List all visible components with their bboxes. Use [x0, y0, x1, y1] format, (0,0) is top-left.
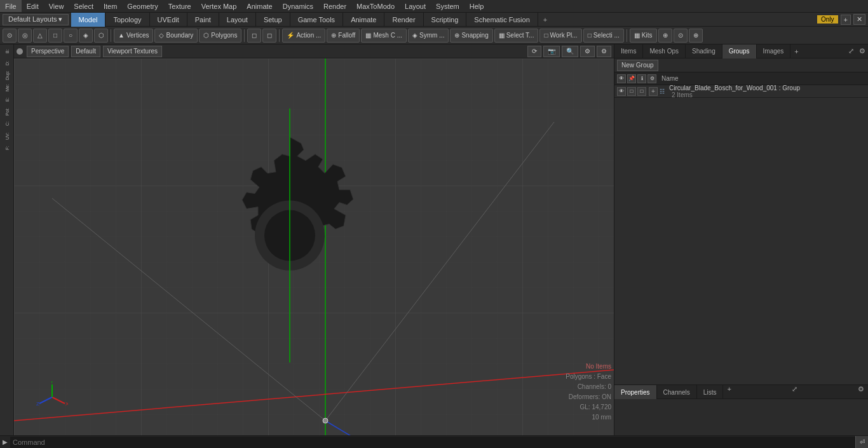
layout-tab-animate[interactable]: Animate — [343, 13, 384, 27]
sidebar-pol[interactable]: Pol: — [1, 106, 13, 118]
command-input[interactable] — [10, 437, 855, 448]
menu-vertex-map[interactable]: Vertex Map — [196, 0, 242, 12]
col-icon-gear[interactable]: ⚙ — [648, 74, 656, 83]
col-icon-eye[interactable]: 👁 — [617, 74, 626, 83]
group-row-pin[interactable]: □ — [627, 87, 636, 96]
group-row-eye[interactable]: 👁 — [617, 87, 626, 96]
viewport-default[interactable]: Default — [71, 46, 100, 57]
sidebar-f[interactable]: F: — [1, 142, 13, 154]
tool-boundary[interactable]: ◇Boundary — [154, 29, 198, 43]
menu-view[interactable]: View — [44, 0, 69, 12]
tool-select-all[interactable]: ⊙ — [3, 29, 17, 43]
menu-help[interactable]: Help — [465, 0, 489, 12]
tool-icon-5[interactable]: ○ — [64, 29, 78, 43]
bottom-tab-channels[interactable]: Channels — [657, 385, 697, 399]
layout-tab-paint[interactable]: Paint — [187, 13, 219, 27]
tool-icon-4[interactable]: □ — [48, 29, 62, 43]
col-icon-info[interactable]: ℹ — [637, 74, 646, 83]
tool-mesh-c[interactable]: ▦Mesh C ... — [361, 29, 407, 43]
menu-select[interactable]: Select — [69, 0, 98, 12]
viewport-gear[interactable]: ⚙ — [580, 46, 595, 57]
layout-icon-close[interactable]: ✕ — [853, 14, 865, 25]
viewport-perspective[interactable]: Perspective — [27, 46, 69, 57]
tool-action[interactable]: ⚡Action ... — [282, 29, 325, 43]
layout-tab-uvedit[interactable]: UVEdit — [150, 13, 187, 27]
sidebar-uv[interactable]: UV: — [1, 130, 13, 142]
viewport-textures[interactable]: Viewport Textures — [103, 46, 162, 57]
tool-icon-7[interactable]: ⬡ — [94, 29, 108, 43]
sidebar-e[interactable]: E: — [1, 94, 13, 105]
menu-animate[interactable]: Animate — [241, 0, 277, 12]
tool-icon-9[interactable]: ◻ — [262, 29, 276, 43]
viewport[interactable]: Perspective Default Viewport Textures ⟳ … — [14, 44, 614, 435]
tool-selecti[interactable]: □Selecti ... — [583, 29, 624, 43]
panel-tab-groups[interactable]: Groups — [722, 44, 757, 58]
tool-icon-circle[interactable]: ⊙ — [674, 29, 688, 43]
tool-symm[interactable]: ◈Symm ... — [408, 29, 449, 43]
panel-tab-add[interactable]: + — [790, 48, 802, 55]
panel-tab-mesh-ops[interactable]: Mesh Ops — [643, 44, 686, 58]
layout-dropdown[interactable]: Default Layouts ▾ — [3, 14, 69, 25]
viewport-orbit[interactable]: ⟳ — [527, 46, 541, 57]
tool-falloff[interactable]: ⊕Falloff — [327, 29, 360, 43]
tool-icon-settings[interactable]: ⊕ — [689, 29, 703, 43]
layout-tab-schematic-fusion[interactable]: Schematic Fusion — [466, 13, 538, 27]
tool-select-t[interactable]: ▦Select T... — [494, 29, 539, 43]
cmd-submit[interactable]: ⏎ — [855, 436, 868, 449]
layout-tab-render[interactable]: Render — [384, 13, 423, 27]
bottom-expand[interactable]: ⤢ — [788, 385, 801, 398]
tool-icon-2[interactable]: ◎ — [18, 29, 32, 43]
viewport-dot[interactable] — [17, 48, 23, 55]
bottom-tab-lists[interactable]: Lists — [697, 385, 724, 399]
bottom-settings[interactable]: ⚙ — [854, 385, 868, 398]
col-icon-pin[interactable]: 📌 — [627, 74, 636, 83]
panel-settings[interactable]: ⚙ — [857, 47, 868, 55]
viewport-settings2[interactable]: ⚙ — [597, 46, 611, 57]
sidebar-me[interactable]: Me: — [1, 82, 13, 93]
layout-tab-setup[interactable]: Setup — [256, 13, 290, 27]
tool-vertices[interactable]: ▲Vertices — [114, 29, 153, 43]
layout-tab-scripting[interactable]: Scripting — [424, 13, 467, 27]
group-row-check[interactable]: □ — [637, 87, 646, 96]
bottom-tab-add[interactable]: + — [723, 385, 735, 398]
menu-texture[interactable]: Texture — [163, 0, 196, 12]
menu-edit[interactable]: Edit — [22, 0, 44, 12]
layout-icon-plus[interactable]: + — [841, 15, 851, 25]
layout-tab-layout[interactable]: Layout — [219, 13, 256, 27]
panel-tab-images[interactable]: Images — [757, 44, 791, 58]
layout-tab-add[interactable]: + — [538, 16, 552, 24]
menu-maxtomodo[interactable]: MaxToModo — [351, 0, 400, 12]
layout-tab-topology[interactable]: Topology — [105, 13, 149, 27]
menu-geometry[interactable]: Geometry — [122, 0, 163, 12]
menu-layout[interactable]: Layout — [400, 0, 431, 12]
menu-system[interactable]: System — [431, 0, 465, 12]
menu-dynamics[interactable]: Dynamics — [278, 0, 318, 12]
panel-tab-shading[interactable]: Shading — [686, 44, 722, 58]
star-badge[interactable]: Only — [817, 15, 838, 24]
tool-icon-plus[interactable]: ⊕ — [658, 29, 672, 43]
tool-polygons[interactable]: ⬡Polygons — [199, 29, 241, 43]
tool-work-pl[interactable]: □Work Pl... — [539, 29, 581, 43]
bottom-tab-properties[interactable]: Properties — [614, 385, 657, 399]
tool-kits[interactable]: ▦Kits — [630, 29, 657, 43]
panel-expand[interactable]: ⤢ — [846, 47, 857, 55]
new-group-button[interactable]: New Group — [617, 60, 658, 71]
panel-tab-items[interactable]: Items — [614, 44, 643, 58]
tool-icon-6[interactable]: ◈ — [79, 29, 93, 43]
sidebar-c[interactable]: C: — [1, 118, 13, 130]
sidebar-dup[interactable]: Dup: — [1, 70, 13, 81]
group-row-1[interactable]: 👁 □ □ + ☷ Circular_Blade_Bosch_for_Wood_… — [614, 85, 868, 98]
viewport-canvas[interactable]: X Y Z No Items Polygons : Face Channels:… — [14, 58, 614, 435]
group-add-btn[interactable]: + — [649, 87, 658, 96]
sidebar-b[interactable]: B: — [1, 46, 13, 57]
layout-tab-gametools[interactable]: Game Tools — [290, 13, 344, 27]
viewport-camera[interactable]: 📷 — [543, 46, 560, 57]
tool-icon-8[interactable]: ◻ — [247, 29, 261, 43]
menu-item[interactable]: Item — [98, 0, 122, 12]
tool-icon-3[interactable]: △ — [33, 29, 47, 43]
menu-file[interactable]: File — [0, 0, 22, 12]
viewport-zoom[interactable]: 🔍 — [562, 46, 578, 57]
menu-render[interactable]: Render — [318, 0, 351, 12]
tool-snapping[interactable]: ⊕Snapping — [450, 29, 492, 43]
sidebar-d[interactable]: D: — [1, 58, 13, 69]
